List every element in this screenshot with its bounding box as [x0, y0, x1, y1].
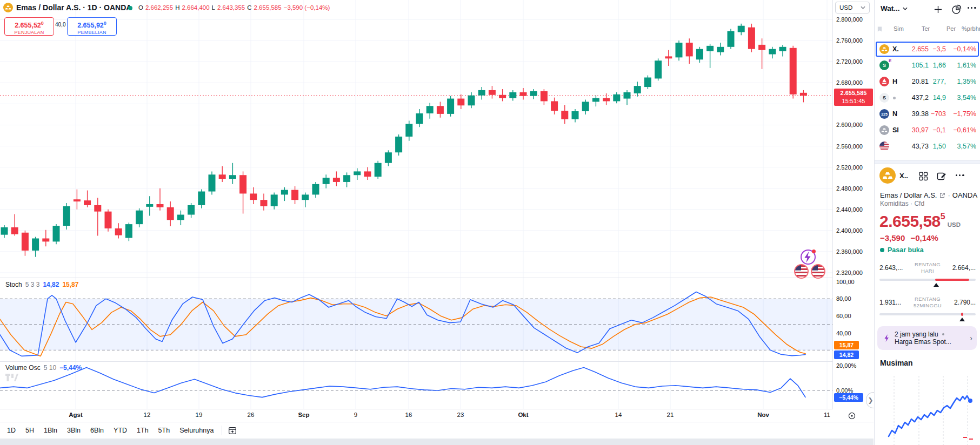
market-open-dot[interactable]	[128, 6, 132, 10]
stoch-k-tag: 14,82	[834, 350, 859, 359]
watchlist-row-s-gray[interactable]: S437,214,93,54%	[875, 90, 980, 106]
buy-price-sup: 0	[104, 21, 106, 26]
time-tick-label: Okt	[518, 412, 528, 418]
week52-range-bar	[879, 313, 976, 315]
range-button-5h[interactable]: 5H	[21, 424, 39, 436]
range-button-seluruhnya[interactable]: Seluruhnya	[175, 424, 218, 436]
range-button-3bln[interactable]: 3Bln	[62, 424, 85, 436]
week52-range-marker	[959, 318, 965, 321]
detail-market: Komiditas	[880, 200, 909, 207]
pane-separator[interactable]	[0, 361, 874, 362]
external-link-icon[interactable]	[939, 192, 945, 199]
watchlist-change-pct: −0,61%	[947, 126, 976, 134]
watchlist-last: 105,1	[902, 62, 929, 69]
col-change[interactable]: Per	[946, 25, 956, 32]
range-button-ytd[interactable]: YTD	[109, 424, 132, 436]
time-tick-label: 9	[354, 412, 357, 418]
us-flag-icon	[879, 141, 889, 151]
close-value: 2.655,585	[254, 4, 282, 11]
watchlist-row-s-green[interactable]: SE105,11,661,61%	[875, 57, 980, 73]
day-range-low: 2.643,...	[879, 264, 903, 272]
stoch-legend[interactable]: Stoch 5 3 3 14,82 15,87	[5, 281, 78, 288]
news-chevron-right-icon: ›	[970, 334, 972, 342]
volosc-legend[interactable]: Volume Osc 5 10 −5,44%	[5, 364, 82, 372]
main-chart-canvas[interactable]	[0, 0, 832, 409]
sell-button[interactable]: 2.655,520 PENJUALAN	[4, 17, 54, 36]
news-headline-pill[interactable]: 2 jam yang lalu Harga Emas Spot... ›	[877, 326, 977, 350]
range-button-6bln[interactable]: 6Bln	[85, 424, 109, 436]
buy-price: 2.655,92	[77, 22, 104, 29]
spread-value: 40,0	[55, 22, 65, 28]
col-pct[interactable]: %prbhn	[962, 25, 980, 32]
news-event-icon[interactable]	[801, 250, 816, 265]
change-value: −3,590 (−0,14%)	[284, 4, 330, 11]
volosc-value: −5,44%	[59, 364, 82, 372]
price-tick-label: 2.760,000	[836, 37, 863, 44]
flash-news-icon	[883, 334, 891, 342]
watchlist-sections-icon[interactable]	[950, 3, 963, 16]
day-range-label: RENTANGHARI	[915, 261, 941, 274]
week52-range-label: RENTANG52MINGGU	[914, 296, 942, 309]
watchlist-more-icon[interactable]	[968, 7, 976, 9]
week52-range-low: 1.931...	[879, 299, 901, 306]
watchlist-change: 14,9	[930, 94, 946, 102]
currency-selector[interactable]: USD	[835, 2, 870, 14]
seasonal-title: Musiman	[880, 359, 913, 367]
toolbar-divider	[222, 426, 222, 435]
axis-settings-icon[interactable]	[846, 410, 857, 421]
layout-grid-icon[interactable]	[917, 170, 930, 183]
time-axis[interactable]	[0, 409, 832, 422]
detail-symbol-short[interactable]: X..	[899, 172, 908, 180]
add-symbol-button[interactable]	[932, 3, 944, 15]
watchlist-change: 1,50	[930, 143, 946, 150]
volosc-tag: −5,44%	[834, 393, 863, 402]
buy-button[interactable]: 2.655,920 PEMBELIAN	[67, 17, 117, 36]
watchlist-last: 43,73	[902, 143, 929, 150]
price-tick-label: 2.680,000	[836, 79, 863, 86]
watchlist-change-pct: −0,14%	[947, 45, 976, 53]
watchlist-change-pct: 3,57%	[947, 143, 976, 150]
watchlist-row-H[interactable]: H20.81277,1,35%	[875, 73, 980, 90]
watchlist-symbol: SI	[892, 126, 899, 134]
range-button-1th[interactable]: 1Th	[132, 424, 154, 436]
last-price-value: 2.655,585	[834, 89, 873, 97]
watchlist-row-us-flag[interactable]: 43,731,503,57%	[875, 138, 980, 154]
sidebar-section-divider	[875, 160, 980, 164]
pane-separator[interactable]	[0, 278, 874, 278]
low-label: L	[212, 4, 215, 11]
watchlist-row-N[interactable]: 225N39.38−703−1,75%	[875, 106, 980, 122]
stoch-tick-label: 80,00	[836, 295, 851, 302]
watchlist-last: 20.81	[902, 78, 929, 85]
stoch-tick-label: 60,00	[836, 313, 851, 319]
symbol-logo-gold-icon	[3, 3, 13, 12]
go-to-date-icon[interactable]	[225, 424, 239, 436]
right-sidebar: Wat... Sim Ter Per %prbhn X.2.655−3,5−0,…	[874, 0, 980, 445]
window-bottom-strip	[0, 439, 874, 445]
flag-column-icon[interactable]	[877, 26, 883, 32]
price-axis[interactable]: USD 2.800,0002.760,0002.720,0002.680,000…	[832, 0, 874, 409]
watchlist-change: −3,5	[930, 45, 946, 53]
badge-e: E	[889, 58, 891, 63]
symbol-title[interactable]: Emas / Dollar A.S. · 1D · OANDA	[16, 3, 131, 12]
stoch-tick-label: 100,00	[836, 279, 855, 285]
range-button-1d[interactable]: 1D	[2, 424, 21, 436]
range-button-1bln[interactable]: 1Bln	[39, 424, 62, 436]
range-button-5th[interactable]: 5Th	[154, 424, 175, 436]
price-tick-label: 2.600,000	[836, 122, 863, 128]
detail-more-icon[interactable]	[956, 174, 964, 176]
watchlist-title: Wat...	[881, 4, 900, 12]
watchlist-row-X.[interactable]: X.2.655−3,5−0,14%	[875, 41, 980, 57]
last-price-tag: 2.655,585 15:51:45	[834, 89, 873, 106]
col-symbol[interactable]: Sim	[894, 25, 904, 32]
us-economic-event-icon[interactable]	[811, 264, 825, 279]
gold-icon	[879, 44, 889, 54]
watchlist-title-dropdown[interactable]: Wat...	[881, 4, 908, 12]
watchlist-change-pct: 1,61%	[947, 62, 976, 69]
countdown-timer: 15:51:45	[834, 97, 873, 105]
compose-note-icon[interactable]	[935, 170, 948, 183]
watchlist-row-SI[interactable]: SI30,97−0,1−0,61%	[875, 122, 980, 138]
us-economic-event-icon[interactable]	[794, 264, 809, 279]
col-last[interactable]: Ter	[922, 25, 930, 32]
market-status-label: Pasar buka	[888, 246, 924, 254]
price-tick-label: 2.320,000	[836, 269, 863, 276]
